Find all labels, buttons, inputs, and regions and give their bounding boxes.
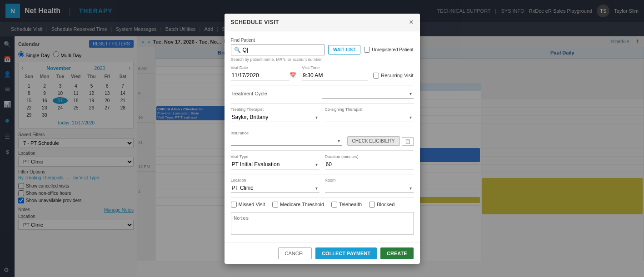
room-select[interactable] [325,183,414,193]
visit-date-input[interactable] [231,71,290,80]
recurring-visit-check[interactable]: Recurring Visit [373,73,413,79]
telehealth-check[interactable]: Telehealth [331,202,362,208]
insurance-row: Insurance CHECK ELIGIBILITY 📋 [231,131,414,146]
blocked-check[interactable]: Blocked [369,202,394,208]
location-row: Location PT Clinic Room [231,178,414,193]
modal-footer: CANCEL COLLECT PAYMENT CREATE [225,242,420,264]
insurance-select[interactable] [231,136,342,146]
notes-textarea[interactable] [231,212,414,235]
visit-type-label: Visit Type [231,154,320,159]
schedule-visit-modal: SCHEDULE VISIT × Find Patient 🔍 WAIT LIS… [225,14,420,264]
room-group: Room [325,178,414,193]
cosigning-therapist-group: Co-signing Therapist [325,107,414,122]
cosigning-therapist-select[interactable] [325,113,414,122]
treating-therapist-label: Treating Therapist [231,107,320,112]
modal-body: Find Patient 🔍 WAIT LIST Unregistered Pa… [225,31,420,242]
search-input-wrap[interactable]: 🔍 [231,45,324,55]
date-time-row: Visit Date 📅 Visit Time Recurring Visit [231,65,414,80]
treatment-cycle-label: Treatment Cycle [231,91,322,96]
visit-type-select[interactable]: PT Initial Evaluation [231,160,320,169]
visit-time-group: Visit Time [302,65,368,80]
treatment-cycle-select[interactable] [322,89,414,99]
search-icon: 🔍 [234,47,241,53]
visit-type-row: Visit Type PT Initial Evaluation Duratio… [231,154,414,169]
visit-date-label: Visit Date [231,65,297,70]
therapist-row: Treating Therapist Saylor, Brittany Co-s… [231,107,414,122]
room-label: Room [325,178,414,183]
treating-therapist-group: Treating Therapist Saylor, Brittany [231,107,320,122]
duration-label: Duration (minutes) [325,154,414,159]
insurance-label: Insurance [231,131,342,135]
copy-icon-btn[interactable]: 📋 [402,137,414,146]
checkboxes-row: Missed Visit Medicare Threshold Teleheal… [231,202,414,208]
visit-type-group: Visit Type PT Initial Evaluation [231,154,320,169]
cancel-btn[interactable]: CANCEL [278,247,312,259]
missed-visit-check[interactable]: Missed Visit [231,202,265,208]
modal-overlay[interactable]: SCHEDULE VISIT × Find Patient 🔍 WAIT LIS… [0,0,644,277]
location-group: Location PT Clinic [231,178,320,193]
visit-time-input[interactable] [302,71,368,80]
visit-time-label: Visit Time [302,65,368,70]
duration-group: Duration (minutes) [325,154,414,169]
duration-input[interactable] [325,160,414,169]
location-label: Location [231,178,320,183]
search-hint: Search by patient name, MRN, or account … [231,57,414,62]
wait-list-btn[interactable]: WAIT LIST [328,45,360,54]
search-input[interactable] [243,47,321,53]
modal-header: SCHEDULE VISIT × [225,14,420,31]
find-patient-label: Find Patient [231,38,414,43]
visit-date-group: Visit Date 📅 [231,65,297,80]
search-row: 🔍 WAIT LIST Unregistered Patient [231,45,414,55]
cosigning-therapist-label: Co-signing Therapist [325,107,414,112]
treating-therapist-select[interactable]: Saylor, Brittany [231,113,320,122]
unregistered-patient-check[interactable]: Unregistered Patient [364,47,413,53]
modal-close-btn[interactable]: × [409,18,413,26]
treatment-cycle-row: Treatment Cycle [231,89,414,99]
insurance-group: Insurance [231,131,342,146]
date-picker-btn[interactable]: 📅 [290,72,296,79]
create-btn[interactable]: CREATE [380,247,413,259]
medicare-threshold-check[interactable]: Medicare Threshold [272,202,324,208]
collect-payment-btn[interactable]: COLLECT PAYMENT [315,247,377,259]
modal-title: SCHEDULE VISIT [231,19,279,25]
location-select-modal[interactable]: PT Clinic [231,183,320,193]
check-eligibility-btn[interactable]: CHECK ELIGIBILITY [347,136,400,146]
